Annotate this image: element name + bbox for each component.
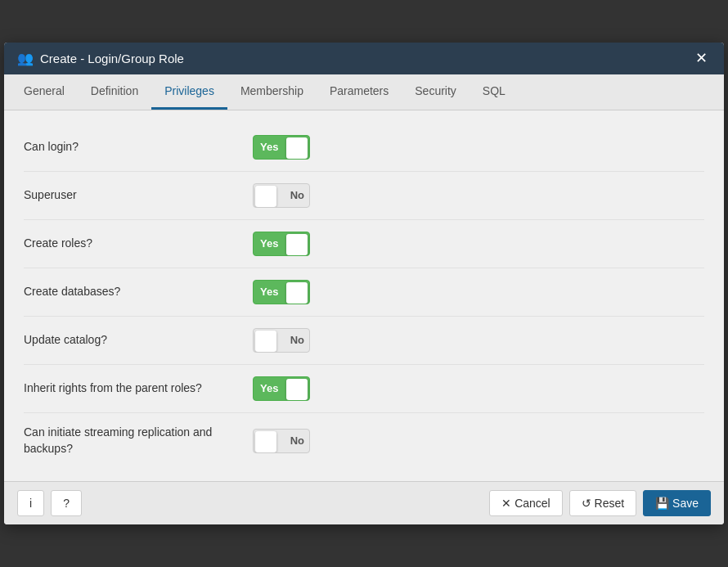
- dialog-footer: i ? ✕ Cancel ↺ Reset 💾 Save: [4, 481, 724, 524]
- inherit-rights-toggle-container: Yes: [253, 376, 310, 401]
- create-databases-toggle[interactable]: Yes: [253, 280, 310, 304]
- superuser-label: Superuser: [24, 187, 253, 204]
- dialog-title-icon: 👥: [17, 51, 34, 66]
- streaming-replication-row: Can initiate streaming replication and b…: [24, 413, 704, 468]
- superuser-no-text: No: [290, 189, 304, 201]
- streaming-replication-knob: [255, 431, 276, 452]
- dialog: 👥 Create - Login/Group Role ✕ General De…: [4, 43, 724, 524]
- inherit-rights-toggle[interactable]: Yes: [253, 376, 310, 401]
- dialog-title: 👥 Create - Login/Group Role: [17, 51, 184, 66]
- superuser-row: Superuser No: [24, 172, 704, 220]
- create-roles-yes-text: Yes: [260, 237, 278, 250]
- superuser-toggle-container: No: [253, 183, 310, 208]
- superuser-toggle[interactable]: No: [253, 183, 310, 208]
- inherit-rights-knob: [286, 379, 308, 400]
- update-catalog-row: Update catalog? No: [24, 317, 704, 365]
- reset-button[interactable]: ↺ Reset: [569, 490, 636, 516]
- superuser-knob: [255, 186, 276, 207]
- create-roles-toggle-container: Yes: [253, 232, 310, 256]
- streaming-replication-label: Can initiate streaming replication and b…: [24, 425, 253, 457]
- can-login-toggle[interactable]: Yes: [253, 135, 310, 160]
- streaming-replication-no-text: No: [290, 434, 304, 447]
- dialog-title-text: Create - Login/Group Role: [40, 52, 184, 65]
- create-roles-knob: [286, 234, 308, 255]
- create-databases-label: Create databases?: [24, 284, 253, 300]
- tab-general[interactable]: General: [11, 74, 78, 110]
- create-databases-knob: [286, 282, 308, 304]
- save-button[interactable]: 💾 Save: [643, 490, 711, 516]
- inherit-rights-yes-text: Yes: [260, 382, 278, 394]
- dialog-body: Can login? Yes Superuser No: [4, 110, 724, 481]
- update-catalog-toggle-container: No: [253, 328, 310, 353]
- inherit-rights-row: Inherit rights from the parent roles? Ye…: [24, 365, 704, 413]
- close-button[interactable]: ✕: [692, 51, 711, 65]
- can-login-knob: [286, 137, 308, 159]
- inherit-rights-label: Inherit rights from the parent roles?: [24, 380, 253, 397]
- create-databases-toggle-container: Yes: [253, 280, 310, 304]
- can-login-toggle-container: Yes: [253, 135, 310, 160]
- streaming-replication-toggle-container: No: [253, 429, 310, 453]
- update-catalog-knob: [255, 331, 276, 352]
- update-catalog-label: Update catalog?: [24, 332, 253, 349]
- footer-left: i ?: [17, 490, 82, 516]
- create-roles-toggle[interactable]: Yes: [253, 232, 310, 256]
- tab-definition[interactable]: Definition: [78, 74, 151, 110]
- can-login-label: Can login?: [24, 139, 253, 155]
- tab-membership[interactable]: Membership: [227, 74, 317, 110]
- create-databases-yes-text: Yes: [260, 286, 278, 298]
- can-login-yes-text: Yes: [260, 141, 278, 153]
- info-button[interactable]: i: [17, 490, 44, 516]
- dialog-overlay: 👥 Create - Login/Group Role ✕ General De…: [0, 0, 728, 567]
- can-login-row: Can login? Yes: [24, 124, 704, 172]
- dialog-header: 👥 Create - Login/Group Role ✕: [4, 43, 724, 74]
- cancel-button[interactable]: ✕ Cancel: [489, 490, 562, 516]
- tab-parameters[interactable]: Parameters: [317, 74, 402, 110]
- create-databases-row: Create databases? Yes: [24, 268, 704, 317]
- update-catalog-no-text: No: [290, 334, 304, 346]
- footer-right: ✕ Cancel ↺ Reset 💾 Save: [489, 490, 711, 516]
- tab-security[interactable]: Security: [402, 74, 470, 110]
- create-roles-row: Create roles? Yes: [24, 220, 704, 268]
- help-button[interactable]: ?: [51, 490, 82, 516]
- streaming-replication-toggle[interactable]: No: [253, 429, 310, 453]
- update-catalog-toggle[interactable]: No: [253, 328, 310, 353]
- tab-privileges[interactable]: Privileges: [151, 74, 227, 110]
- tab-sql[interactable]: SQL: [470, 74, 519, 110]
- tabs-container: General Definition Privileges Membership…: [4, 74, 724, 110]
- create-roles-label: Create roles?: [24, 236, 253, 252]
